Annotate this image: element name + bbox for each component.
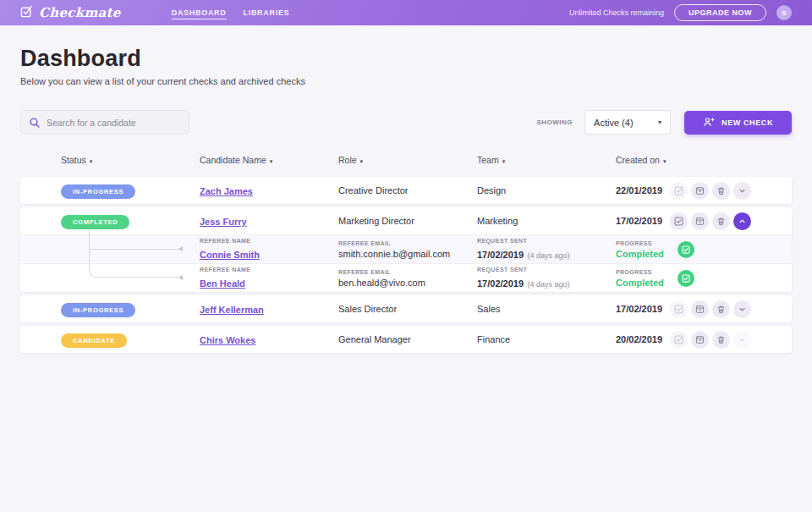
check-row: CANDIDATE Chirs Wokes General Manager Fi… bbox=[20, 326, 792, 353]
expand-button[interactable] bbox=[733, 300, 751, 318]
referee-email-label: REFEREE EMAIL bbox=[338, 269, 477, 275]
referee-link[interactable]: Connie Smith bbox=[200, 250, 260, 260]
created-on-cell: 17/02/2019 bbox=[616, 216, 665, 226]
archive-icon bbox=[695, 186, 705, 195]
referee-link[interactable]: Ben Heald bbox=[200, 278, 245, 289]
archive-button[interactable] bbox=[691, 300, 709, 318]
progress-status: Completed bbox=[616, 249, 664, 259]
trash-icon bbox=[716, 305, 726, 314]
chevron-down-icon bbox=[738, 335, 747, 344]
report-button[interactable] bbox=[670, 331, 688, 349]
nav-libraries[interactable]: LIBRARIES bbox=[244, 8, 290, 19]
brand-logo[interactable]: Checkmate bbox=[20, 5, 121, 21]
status-badge: IN-PROGRESS bbox=[61, 184, 135, 199]
created-on-cell: 17/02/2019 bbox=[616, 304, 665, 314]
search-icon bbox=[29, 117, 41, 129]
delete-button[interactable] bbox=[712, 212, 730, 230]
role-cell: Sales Director bbox=[338, 304, 477, 314]
brand-name: Checkmate bbox=[39, 5, 121, 20]
column-candidate-name[interactable]: Candidate Name▾ bbox=[200, 155, 338, 165]
sort-caret-icon: ▾ bbox=[663, 158, 667, 164]
role-cell: General Manager bbox=[338, 334, 477, 344]
request-sent-date: 17/02/2019 bbox=[477, 250, 524, 260]
top-navigation: DASHBOARD LIBRARIES bbox=[172, 8, 290, 19]
upgrade-now-button[interactable]: UPGRADE NOW bbox=[674, 4, 766, 21]
delete-button[interactable] bbox=[712, 331, 730, 349]
status-badge: IN-PROGRESS bbox=[61, 303, 135, 317]
search-wrap bbox=[20, 110, 189, 135]
check-row: IN-PROGRESS Jeff Kellerman Sales Directo… bbox=[20, 295, 792, 322]
sort-caret-icon: ▾ bbox=[90, 158, 93, 164]
column-status[interactable]: Status▾ bbox=[61, 155, 200, 165]
sort-caret-icon: ▾ bbox=[270, 158, 273, 164]
candidate-link[interactable]: Jess Furry bbox=[200, 217, 247, 227]
trash-icon bbox=[716, 335, 726, 344]
chevron-up-icon bbox=[738, 217, 747, 226]
trash-icon bbox=[716, 217, 726, 226]
trash-icon bbox=[716, 186, 726, 195]
check-square-icon bbox=[674, 335, 683, 344]
referee-row: REFEREE NAME Connie Smith REFEREE EMAIL … bbox=[20, 234, 792, 263]
request-sent-ago: (4 days ago) bbox=[528, 251, 570, 260]
column-role[interactable]: Role▾ bbox=[338, 155, 477, 165]
chevron-down-icon bbox=[738, 305, 747, 314]
report-button[interactable] bbox=[670, 182, 688, 200]
referee-email: smith.connie.b@gmail.com bbox=[338, 249, 477, 259]
collapse-button[interactable] bbox=[733, 212, 751, 230]
referee-email-label: REFEREE EMAIL bbox=[338, 240, 477, 246]
status-filter-select[interactable]: Active (4) ▾ bbox=[584, 110, 671, 135]
search-input[interactable] bbox=[20, 110, 189, 135]
team-cell: Design bbox=[477, 185, 616, 195]
archive-button[interactable] bbox=[691, 212, 709, 230]
team-cell: Finance bbox=[477, 334, 616, 344]
archive-icon bbox=[695, 217, 705, 226]
controls-row: SHOWING Active (4) ▾ NEW CHECK bbox=[20, 110, 792, 135]
showing-label: SHOWING bbox=[536, 118, 573, 126]
report-button[interactable] bbox=[670, 212, 688, 230]
check-square-icon bbox=[674, 217, 683, 226]
team-cell: Marketing bbox=[477, 216, 616, 226]
checkbox-logo-icon bbox=[20, 5, 33, 21]
created-on-cell: 20/02/2019 bbox=[616, 334, 665, 344]
sort-caret-icon: ▾ bbox=[502, 158, 506, 164]
role-cell: Creative Director bbox=[338, 185, 477, 195]
candidate-link[interactable]: Zach James bbox=[200, 186, 253, 196]
request-sent-label: REQUEST SENT bbox=[477, 238, 616, 244]
referee-email: ben.heald@vivo.com bbox=[338, 278, 477, 288]
role-cell: Marketing Director bbox=[338, 216, 477, 226]
progress-label: PROGRESS bbox=[616, 269, 664, 275]
report-button[interactable] bbox=[670, 300, 688, 318]
status-badge: CANDIDATE bbox=[61, 333, 127, 348]
archive-button[interactable] bbox=[691, 331, 709, 349]
request-sent-ago: (4 days ago) bbox=[528, 280, 570, 289]
created-on-cell: 22/01/2019 bbox=[616, 185, 665, 195]
checks-remaining-text: Unlimited Checks remaining bbox=[569, 8, 664, 17]
candidate-link[interactable]: Jeff Kellerman bbox=[200, 305, 264, 315]
page-title: Dashboard bbox=[20, 46, 792, 72]
check-square-icon bbox=[674, 305, 683, 314]
archive-button[interactable] bbox=[691, 182, 709, 200]
delete-button[interactable] bbox=[712, 300, 730, 318]
column-team[interactable]: Team▾ bbox=[477, 155, 616, 165]
check-square-icon bbox=[674, 186, 683, 195]
expand-button[interactable] bbox=[733, 182, 751, 200]
expand-button[interactable] bbox=[733, 331, 751, 349]
referee-section: REFEREE NAME Connie Smith REFEREE EMAIL … bbox=[20, 234, 792, 292]
user-avatar[interactable]: S bbox=[776, 5, 792, 20]
progress-label: PROGRESS bbox=[616, 240, 664, 246]
column-created-on[interactable]: Created on▾ bbox=[616, 155, 792, 165]
new-check-button[interactable]: NEW CHECK bbox=[684, 111, 792, 135]
archive-icon bbox=[695, 335, 705, 344]
add-user-icon bbox=[703, 117, 715, 129]
sort-caret-icon: ▾ bbox=[360, 158, 364, 164]
filter-selected-value: Active (4) bbox=[594, 118, 633, 128]
request-sent-label: REQUEST SENT bbox=[477, 267, 616, 273]
table-header: Status▾ Candidate Name▾ Role▾ Team▾ Crea… bbox=[20, 155, 792, 165]
delete-button[interactable] bbox=[712, 182, 730, 200]
app-header: Checkmate DASHBOARD LIBRARIES Unlimited … bbox=[0, 0, 812, 25]
team-cell: Sales bbox=[477, 304, 616, 314]
chevron-down-icon bbox=[738, 186, 747, 195]
nav-dashboard[interactable]: DASHBOARD bbox=[172, 8, 227, 19]
candidate-link[interactable]: Chirs Wokes bbox=[200, 335, 255, 345]
check-row: COMPLETED Jess Furry Marketing Director … bbox=[20, 207, 792, 292]
